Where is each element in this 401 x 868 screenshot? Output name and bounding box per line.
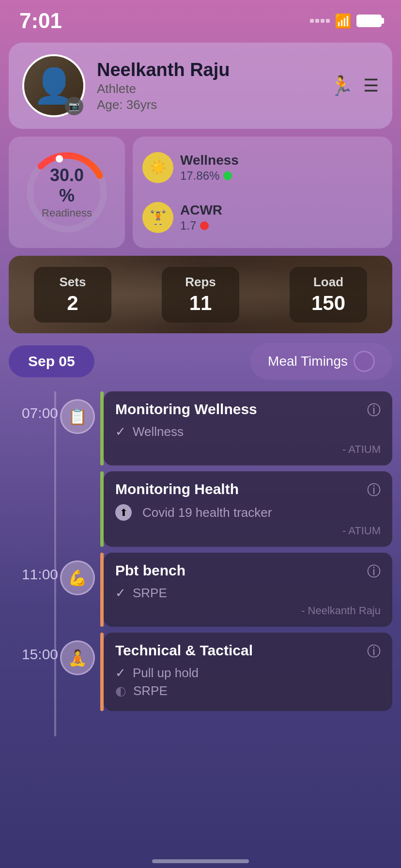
- icon-col-1100: 💪: [58, 553, 97, 633]
- event-sub-tactical-2: SRPE: [133, 683, 168, 698]
- avatar-wrap: 📷: [22, 54, 85, 117]
- camera-button[interactable]: 📷: [65, 97, 83, 115]
- content-col-0700: Monitoring Wellness ⓘ ✓ Wellness - ATIUM…: [97, 391, 401, 553]
- wifi-icon: 📶: [335, 13, 352, 29]
- event-pbt-bench[interactable]: Pbt bench ⓘ ✓ SRPE - Neelkanth Raju: [104, 553, 392, 627]
- event-bar-green: [100, 391, 104, 465]
- event-header-tactical: Technical & Tactical ⓘ: [115, 642, 381, 661]
- event-sub-health: Covid 19 health tracker: [142, 505, 272, 520]
- readiness-percent: 30.0 %: [42, 165, 92, 206]
- acwr-info: ACWR 1.7: [180, 202, 383, 232]
- status-time: 7:01: [19, 9, 62, 33]
- profile-info: Neelkanth Raju Athlete Age: 36yrs: [97, 60, 318, 112]
- timeline-block-1100: 11:00 💪 Pbt bench ⓘ ✓ SRPE - Neelkanth R…: [0, 553, 401, 633]
- profile-card: 📷 Neelkanth Raju Athlete Age: 36yrs 🏃 ☰: [9, 43, 392, 129]
- wellness-value-row: 17.86%: [180, 169, 383, 183]
- check-icon: ✓: [115, 424, 126, 439]
- reps-value: 11: [177, 292, 224, 315]
- timeline-line: [54, 391, 56, 736]
- acwr-name: ACWR: [180, 202, 383, 218]
- time-1500: 15:00: [22, 646, 58, 663]
- wellness-item[interactable]: ☀️ Wellness 17.86%: [142, 148, 383, 187]
- athlete-icon[interactable]: 🏃: [329, 75, 354, 97]
- acwr-status-dot: [200, 221, 209, 230]
- profile-actions: 🏃 ☰: [329, 75, 379, 97]
- signal-icon: [310, 19, 330, 23]
- timeline: 07:00 📋 Monitoring Wellness ⓘ ✓ Wellness…: [0, 391, 401, 736]
- time-col-1100: 11:00: [0, 553, 58, 633]
- profile-name: Neelkanth Raju: [97, 60, 318, 80]
- reps-stat: Reps 11: [162, 267, 239, 323]
- icon-col-1500: 🧘: [58, 633, 97, 717]
- reps-label: Reps: [177, 275, 224, 290]
- timeline-node-1100: 💪: [60, 560, 95, 595]
- timeline-node-1500: 🧘: [60, 640, 95, 675]
- load-stat: Load 150: [290, 267, 367, 323]
- date-row: Sep 05 Meal Timings: [9, 343, 392, 380]
- info-icon-3[interactable]: ⓘ: [367, 562, 381, 581]
- event-sub-pbt: SRPE: [133, 586, 167, 601]
- sets-value: 2: [49, 292, 96, 315]
- readiness-card: 30.0 % Readiness: [9, 137, 125, 248]
- check-icon-3: ✓: [115, 666, 126, 681]
- sets-label: Sets: [49, 275, 96, 290]
- time-0700: 07:00: [22, 405, 58, 421]
- time-col-1500: 15:00: [0, 633, 58, 717]
- load-label: Load: [305, 275, 352, 290]
- battery-icon: [356, 15, 382, 27]
- timeline-block-0700: 07:00 📋 Monitoring Wellness ⓘ ✓ Wellness…: [0, 391, 401, 553]
- time-1100: 11:00: [22, 566, 58, 583]
- wellness-name: Wellness: [180, 153, 383, 168]
- event-bar-green2: [100, 471, 104, 547]
- event-title-pbt: Pbt bench: [115, 562, 185, 579]
- event-title-health: Monitoring Health: [115, 481, 239, 497]
- event-check-tactical-2: ◐ SRPE: [115, 683, 381, 698]
- profile-role: Athlete: [97, 81, 318, 96]
- event-technical-tactical[interactable]: Technical & Tactical ⓘ ✓ Pull up hold ◐ …: [104, 633, 392, 711]
- time-col-0700: 07:00: [0, 391, 58, 553]
- acwr-value-row: 1.7: [180, 219, 383, 232]
- acwr-value: 1.7: [180, 219, 196, 232]
- info-icon-4[interactable]: ⓘ: [367, 642, 381, 661]
- date-pill[interactable]: Sep 05: [9, 345, 94, 377]
- check-icon-2: ✓: [115, 586, 126, 601]
- event-header-wellness: Monitoring Wellness ⓘ: [115, 401, 381, 419]
- event-sub-tactical: Pull up hold: [133, 666, 199, 681]
- event-source-pbt: - Neelkanth Raju: [115, 604, 381, 617]
- divider: [142, 192, 383, 193]
- event-header-pbt: Pbt bench ⓘ: [115, 562, 381, 581]
- event-title-wellness: Monitoring Wellness: [115, 401, 257, 418]
- sets-stat: Sets 2: [34, 267, 111, 323]
- profile-age: Age: 36yrs: [97, 97, 318, 112]
- content-col-1500: Technical & Tactical ⓘ ✓ Pull up hold ◐ …: [97, 633, 401, 717]
- acwr-item[interactable]: 🏋️ ACWR 1.7: [142, 198, 383, 237]
- upload-icon: ⬆: [115, 504, 132, 521]
- wellness-status-dot: [223, 171, 232, 180]
- event-source-wellness: - ATIUM: [115, 443, 381, 456]
- meal-toggle[interactable]: [354, 351, 375, 372]
- content-col-1100: Pbt bench ⓘ ✓ SRPE - Neelkanth Raju: [97, 553, 401, 633]
- metrics-row: 30.0 % Readiness ☀️ Wellness 17.86% 🏋️ A…: [9, 137, 392, 248]
- menu-icon[interactable]: ☰: [363, 76, 379, 96]
- status-bar: 7:01 📶: [0, 0, 401, 38]
- check-icon-4: ◐: [115, 683, 126, 698]
- status-icons: 📶: [310, 13, 382, 29]
- event-bar-orange: [100, 553, 104, 627]
- readiness-label: Readiness: [42, 207, 92, 219]
- event-monitoring-wellness[interactable]: Monitoring Wellness ⓘ ✓ Wellness - ATIUM: [104, 391, 392, 465]
- wellness-value: 17.86%: [180, 169, 219, 183]
- workout-banner: Sets 2 Reps 11 Load 150: [9, 256, 392, 333]
- wellness-acwr-card: ☀️ Wellness 17.86% 🏋️ ACWR 1.7: [133, 137, 392, 248]
- info-icon[interactable]: ⓘ: [367, 401, 381, 419]
- event-title-tactical: Technical & Tactical: [115, 642, 253, 659]
- meal-pill[interactable]: Meal Timings: [250, 343, 392, 380]
- load-value: 150: [305, 292, 352, 315]
- event-header-health: Monitoring Health ⓘ: [115, 481, 381, 499]
- info-icon-2[interactable]: ⓘ: [367, 481, 381, 499]
- acwr-icon: 🏋️: [142, 202, 173, 233]
- readiness-text: 30.0 % Readiness: [42, 165, 92, 219]
- event-check-wellness: ✓ Wellness: [115, 424, 381, 439]
- readiness-circle: 30.0 % Readiness: [21, 146, 113, 238]
- event-monitoring-health[interactable]: Monitoring Health ⓘ ⬆ Covid 19 health tr…: [104, 471, 392, 547]
- event-check-health: ⬆ Covid 19 health tracker: [115, 504, 381, 521]
